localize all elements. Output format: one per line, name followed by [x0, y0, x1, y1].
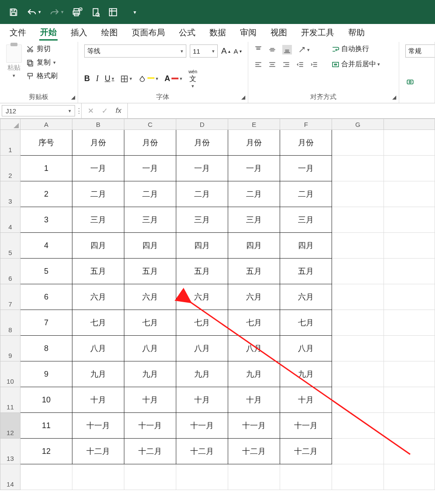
cell[interactable]: [384, 130, 435, 156]
row-header[interactable]: 3: [0, 181, 21, 207]
row-header[interactable]: 6: [0, 259, 21, 284]
cell[interactable]: 三月: [176, 207, 228, 233]
save-icon[interactable]: [9, 7, 18, 17]
cell[interactable]: 五月: [228, 259, 280, 284]
cell[interactable]: 二月: [72, 181, 124, 207]
cell[interactable]: 九月: [228, 361, 280, 387]
cell[interactable]: 二月: [176, 181, 228, 207]
increase-indent-icon[interactable]: [310, 61, 318, 68]
cell[interactable]: 1: [20, 156, 72, 181]
column-header[interactable]: E: [228, 119, 280, 130]
cell[interactable]: 十月: [228, 387, 280, 413]
cell[interactable]: [384, 439, 435, 464]
cell[interactable]: 9: [20, 361, 72, 387]
chevron-down-icon[interactable]: ▾: [69, 108, 71, 114]
tab-view[interactable]: 视图: [270, 26, 288, 40]
column-header[interactable]: G: [332, 119, 384, 130]
cell[interactable]: [384, 387, 435, 413]
column-header[interactable]: A: [20, 119, 72, 130]
cell[interactable]: 十一月: [124, 413, 176, 439]
tab-help[interactable]: 帮助: [347, 26, 366, 40]
cell[interactable]: 八月: [228, 336, 280, 361]
cell[interactable]: 一月: [72, 156, 124, 181]
cell[interactable]: 一月: [124, 156, 176, 181]
cell[interactable]: 九月: [72, 361, 124, 387]
dialog-launcher-icon[interactable]: ◢: [392, 94, 396, 100]
cell[interactable]: [332, 361, 384, 387]
cell[interactable]: 十月: [124, 387, 176, 413]
row-header[interactable]: 5: [0, 233, 21, 259]
cell[interactable]: 六月: [280, 284, 332, 310]
align-bottom-icon[interactable]: [282, 45, 292, 54]
cell[interactable]: 月份: [176, 130, 228, 156]
row-header[interactable]: 2: [0, 156, 21, 181]
cell[interactable]: 十二月: [280, 439, 332, 464]
row-header[interactable]: 13: [0, 439, 21, 464]
column-header[interactable]: [384, 119, 435, 130]
cell[interactable]: [332, 207, 384, 233]
cell[interactable]: 一月: [176, 156, 228, 181]
cell[interactable]: 九月: [176, 361, 228, 387]
dialog-launcher-icon[interactable]: ◢: [241, 94, 245, 100]
font-size-select[interactable]: 11 ▾: [190, 44, 218, 58]
cell[interactable]: [332, 156, 384, 181]
cell[interactable]: 6: [20, 284, 72, 310]
column-header[interactable]: B: [72, 119, 124, 130]
cell[interactable]: 六月: [72, 284, 124, 310]
cell[interactable]: 七月: [228, 310, 280, 336]
cell[interactable]: 十二月: [176, 439, 228, 464]
redo-icon[interactable]: ▾: [49, 7, 64, 17]
cell[interactable]: 八月: [176, 336, 228, 361]
cell[interactable]: [332, 284, 384, 310]
font-name-select[interactable]: 等线 ▾: [84, 44, 186, 58]
select-all-corner[interactable]: [0, 119, 21, 130]
cell[interactable]: [332, 181, 384, 207]
cell[interactable]: 11: [20, 413, 72, 439]
align-right-icon[interactable]: [282, 61, 290, 68]
cell[interactable]: [384, 181, 435, 207]
cell[interactable]: 十一月: [176, 413, 228, 439]
row-header[interactable]: 14: [0, 464, 21, 490]
increase-font-icon[interactable]: A▴: [221, 46, 230, 56]
column-header[interactable]: D: [176, 119, 228, 130]
row-header[interactable]: 1: [0, 130, 21, 156]
chevron-down-icon[interactable]: ▾: [212, 48, 215, 54]
cell[interactable]: 八月: [72, 336, 124, 361]
cell[interactable]: 七月: [124, 310, 176, 336]
cell[interactable]: 序号: [20, 130, 72, 156]
borders-button[interactable]: ▾: [120, 75, 132, 83]
cell[interactable]: [280, 464, 332, 490]
number-format-select[interactable]: 常规: [405, 44, 435, 58]
decrease-indent-icon[interactable]: [296, 61, 304, 68]
cell[interactable]: 十一月: [228, 413, 280, 439]
cell[interactable]: 五月: [176, 259, 228, 284]
align-center-icon[interactable]: [268, 61, 276, 68]
cell[interactable]: [332, 387, 384, 413]
cell[interactable]: 五月: [72, 259, 124, 284]
cell[interactable]: [332, 439, 384, 464]
cell[interactable]: 六月: [176, 284, 228, 310]
row-header[interactable]: 12: [0, 413, 21, 439]
cell[interactable]: [384, 156, 435, 181]
row-header[interactable]: 7: [0, 284, 21, 310]
cell[interactable]: 三月: [228, 207, 280, 233]
cancel-icon[interactable]: ✕: [88, 106, 94, 116]
cell[interactable]: 二月: [280, 181, 332, 207]
tab-layout[interactable]: 页面布局: [131, 26, 166, 40]
cell[interactable]: 十月: [176, 387, 228, 413]
tab-file[interactable]: 文件: [9, 26, 27, 40]
decrease-font-icon[interactable]: A▾: [234, 48, 242, 55]
align-top-icon[interactable]: [254, 46, 262, 54]
phonetic-guide-button[interactable]: wén 文 ▾: [188, 69, 197, 89]
cell[interactable]: 三月: [124, 207, 176, 233]
column-header[interactable]: F: [280, 119, 332, 130]
chevron-down-icon[interactable]: ▾: [181, 48, 183, 54]
cell[interactable]: 六月: [228, 284, 280, 310]
cell[interactable]: [332, 233, 384, 259]
cell[interactable]: 7: [20, 310, 72, 336]
tab-home[interactable]: 开始: [39, 25, 58, 41]
cell[interactable]: 三月: [280, 207, 332, 233]
cell[interactable]: [384, 207, 435, 233]
font-color-button[interactable]: A ▾: [164, 74, 182, 83]
cell[interactable]: 一月: [280, 156, 332, 181]
